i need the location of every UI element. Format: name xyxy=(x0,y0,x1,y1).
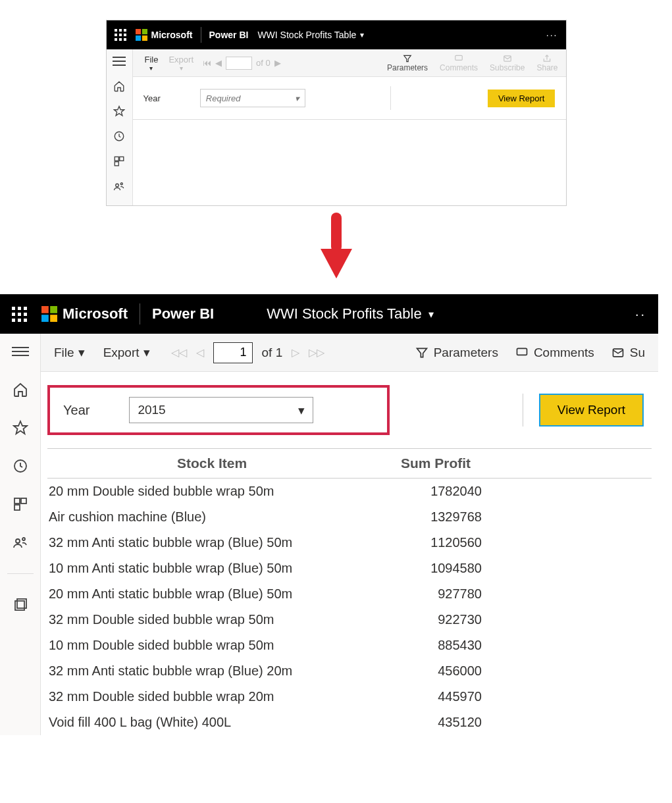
cell-sum-profit: 927780 xyxy=(376,586,495,602)
next-page-icon[interactable]: ▶ xyxy=(274,58,281,68)
col-stock-item: Stock Item xyxy=(47,455,376,471)
titlebar-large: Microsoft Power BI WWI Stock Profits Tab… xyxy=(0,294,658,334)
table-row: 20 mm Anti static bubble wrap (Blue) 50m… xyxy=(47,581,652,607)
subscribe-label: Su xyxy=(630,346,645,360)
next-page-icon[interactable]: ▷ xyxy=(292,346,299,359)
page-of-label: of 0 xyxy=(256,58,271,68)
cell-stock-item: 10 mm Double sided bubble wrap 50m xyxy=(47,638,376,653)
file-label: File xyxy=(145,55,159,65)
table-body: 20 mm Double sided bubble wrap 50m178204… xyxy=(47,479,652,735)
cell-stock-item: 32 mm Anti static bubble wrap (Blue) 50m xyxy=(47,535,376,550)
cell-stock-item: 20 mm Anti static bubble wrap (Blue) 50m xyxy=(47,586,376,602)
svg-rect-0 xyxy=(136,29,141,34)
view-report-button[interactable]: View Report xyxy=(539,394,644,427)
year-select[interactable]: 2015 ▾ xyxy=(129,397,313,423)
file-label: File xyxy=(54,346,74,360)
svg-point-10 xyxy=(120,183,122,185)
svg-rect-22 xyxy=(14,498,20,504)
file-menu[interactable]: File ▾ xyxy=(141,55,163,72)
nav-menu-toggle[interactable] xyxy=(111,53,127,69)
chevron-down-icon: ▾ xyxy=(143,345,150,360)
microsoft-logo-icon xyxy=(41,306,57,322)
view-report-button[interactable]: View Report xyxy=(488,90,556,107)
parameter-panel-large: Year 2015 ▾ View Report xyxy=(41,372,658,448)
export-menu[interactable]: Export ▾ xyxy=(165,55,197,72)
first-page-icon[interactable]: ◁◁ xyxy=(171,346,187,359)
last-page-icon[interactable]: ▷▷ xyxy=(309,346,324,359)
table-row: Air cushion machine (Blue)1329768 xyxy=(47,504,652,530)
report-title-text: WWI Stock Profits Table xyxy=(257,30,356,40)
export-menu[interactable]: Export ▾ xyxy=(103,345,150,360)
first-page-icon[interactable]: ⏮ xyxy=(203,58,211,68)
year-label: Year xyxy=(63,403,90,418)
large-window: Microsoft Power BI WWI Stock Profits Tab… xyxy=(0,294,658,735)
more-menu-icon[interactable]: ··· xyxy=(546,30,558,40)
file-menu[interactable]: File ▾ xyxy=(54,345,85,360)
filter-icon xyxy=(402,54,413,63)
nav-apps-icon[interactable] xyxy=(111,153,127,169)
svg-rect-17 xyxy=(50,306,57,313)
nav-recent-icon[interactable] xyxy=(111,128,127,144)
divider xyxy=(390,86,391,110)
prev-page-icon[interactable]: ◁ xyxy=(196,346,204,359)
nav-home-icon[interactable] xyxy=(111,78,127,94)
nav-apps-icon[interactable] xyxy=(11,494,30,514)
year-select[interactable]: Required ▾ xyxy=(200,89,305,107)
nav-favorites-icon[interactable] xyxy=(11,418,30,438)
table-row: 10 mm Double sided bubble wrap 50m885430 xyxy=(47,633,652,658)
svg-marker-4 xyxy=(115,107,124,116)
subscribe-label: Subscribe xyxy=(490,63,525,72)
cell-sum-profit: 1329768 xyxy=(376,509,495,525)
nav-home-icon[interactable] xyxy=(11,380,30,400)
nav-shared-icon[interactable] xyxy=(11,532,30,552)
cell-stock-item: 10 mm Anti static bubble wrap (Blue) 50m xyxy=(47,561,376,576)
nav-workspaces-icon[interactable] xyxy=(11,595,30,615)
comment-icon xyxy=(453,54,464,63)
nav-menu-toggle[interactable] xyxy=(11,342,30,361)
nav-favorites-icon[interactable] xyxy=(111,103,127,119)
svg-rect-2 xyxy=(136,36,141,41)
subscribe-button[interactable]: Subscribe xyxy=(490,54,525,72)
brand-label: Microsoft xyxy=(151,30,193,40)
cell-stock-item: Air cushion machine (Blue) xyxy=(47,509,376,525)
year-placeholder: Required xyxy=(206,93,241,103)
comments-label: Comments xyxy=(440,63,478,72)
more-menu-icon[interactable]: ·· xyxy=(635,307,646,322)
svg-point-9 xyxy=(116,184,119,187)
table-row: 32 mm Anti static bubble wrap (Blue) 20m… xyxy=(47,658,652,684)
svg-rect-18 xyxy=(41,315,49,322)
report-title-dropdown[interactable]: WWI Stock Profits Table ▾ xyxy=(267,305,434,323)
nav-shared-icon[interactable] xyxy=(111,178,127,194)
small-window: Microsoft Power BI WWI Stock Profits Tab… xyxy=(106,20,567,206)
app-launcher-icon[interactable] xyxy=(12,307,27,322)
mail-icon xyxy=(502,54,513,63)
chevron-down-icon: ▾ xyxy=(298,403,305,418)
prev-page-icon[interactable]: ◀ xyxy=(215,58,222,68)
report-table: Stock Item Sum Profit 20 mm Double sided… xyxy=(41,448,658,735)
page-input[interactable] xyxy=(213,342,253,363)
cell-sum-profit: 456000 xyxy=(376,663,495,679)
page-input[interactable] xyxy=(226,57,252,70)
microsoft-brand: Microsoft xyxy=(136,29,193,41)
parameters-button[interactable]: Parameters xyxy=(415,346,498,360)
svg-point-25 xyxy=(16,539,20,543)
svg-point-26 xyxy=(22,538,25,540)
comments-button[interactable]: Comments xyxy=(515,346,594,360)
svg-marker-11 xyxy=(404,55,411,61)
cell-stock-item: 32 mm Double sided bubble wrap 20m xyxy=(47,689,376,704)
parameters-button[interactable]: Parameters xyxy=(387,54,428,72)
nav-recent-icon[interactable] xyxy=(11,456,30,476)
divider xyxy=(201,27,201,43)
cell-sum-profit: 1120560 xyxy=(376,535,495,550)
left-nav-small xyxy=(107,49,133,205)
report-title-dropdown[interactable]: WWI Stock Profits Table ▾ xyxy=(257,30,364,40)
titlebar-small: Microsoft Power BI WWI Stock Profits Tab… xyxy=(107,20,566,49)
svg-rect-7 xyxy=(120,157,124,161)
chevron-down-icon: ▾ xyxy=(149,65,153,72)
toolbar-large: File ▾ Export ▾ ◁◁ ◁ of 1 ▷ ▷▷ xyxy=(41,334,658,372)
app-launcher-icon[interactable] xyxy=(115,29,126,41)
subscribe-button[interactable]: Su xyxy=(611,346,645,360)
comments-button[interactable]: Comments xyxy=(440,54,478,72)
share-button[interactable]: Share xyxy=(536,54,557,72)
report-title-text: WWI Stock Profits Table xyxy=(267,305,422,323)
